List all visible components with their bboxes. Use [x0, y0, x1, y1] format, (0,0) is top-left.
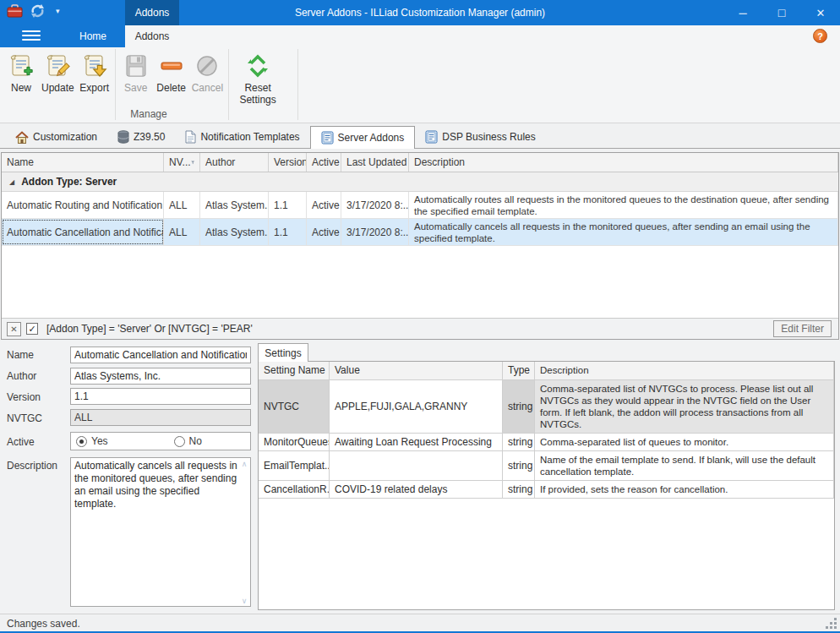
- edit-filter-button[interactable]: Edit Filter: [773, 320, 832, 337]
- author-label: Author: [7, 370, 36, 382]
- house-icon: [15, 131, 29, 144]
- settings-header-row: Setting Name Value Type Description: [259, 362, 834, 380]
- setting-row-selected[interactable]: NVTGC APPLE,FUJI,GALA,GRANNY string Comm…: [259, 380, 834, 434]
- radio-selected-icon: [76, 436, 87, 447]
- document-icon: [185, 130, 196, 144]
- save-button[interactable]: Save: [118, 49, 154, 95]
- active-no-radio[interactable]: No: [174, 435, 202, 447]
- tab-dsp-business-rules[interactable]: DSP Business Rules: [415, 126, 546, 148]
- update-addon-icon: [44, 52, 71, 79]
- column-header-last-updated[interactable]: Last Updated: [341, 153, 409, 172]
- document-tab-strip: Customization Z39.50 Notification Templa…: [0, 125, 840, 149]
- column-header-nvtgc[interactable]: NV...: [164, 153, 200, 172]
- ribbon-group-edge: [297, 49, 298, 120]
- tab-z3950[interactable]: Z39.50: [107, 126, 175, 148]
- radio-unselected-icon: [174, 436, 185, 447]
- update-button[interactable]: Update: [39, 49, 77, 95]
- filter-funnel-icon[interactable]: [191, 159, 194, 166]
- setting-row[interactable]: EmailTemplat... string Name of the email…: [259, 451, 834, 481]
- column-header-setting-name[interactable]: Setting Name: [259, 362, 330, 379]
- description-label: Description: [7, 460, 57, 472]
- settings-grid: Setting Name Value Type Description NVTG…: [258, 361, 835, 610]
- tab-notification-templates[interactable]: Notification Templates: [175, 126, 309, 148]
- resize-grip[interactable]: [826, 619, 837, 629]
- app-window: ▾ Server Addons - ILLiad Customization M…: [0, 0, 840, 633]
- ribbon-group-manage: Manage: [0, 108, 297, 120]
- ribbon-context-tab: Addons: [125, 0, 179, 25]
- group-row-addon-type[interactable]: ◢ Addon Type: Server: [2, 172, 838, 192]
- delete-button[interactable]: Delete: [154, 49, 189, 95]
- database-icon: [117, 130, 129, 144]
- qat-dropdown-icon[interactable]: ▾: [56, 7, 60, 15]
- column-header-name[interactable]: Name: [2, 153, 164, 172]
- sync-icon[interactable]: [30, 3, 46, 19]
- ribbon: New Update: [0, 47, 840, 123]
- settings-panel: Settings Setting Name Value Type Descrip…: [258, 343, 835, 610]
- addon-grid: Name NV... Author Version Active Last Up…: [1, 152, 839, 340]
- rules-scroll-icon: [425, 130, 438, 144]
- filter-enabled-checkbox[interactable]: ✓: [26, 323, 38, 335]
- scroll-down-icon[interactable]: ∨: [239, 597, 249, 605]
- grid-header-row: Name NV... Author Version Active Last Up…: [2, 153, 838, 172]
- cancel-icon: [194, 52, 221, 79]
- active-label: Active: [7, 436, 35, 448]
- reset-settings-icon: [244, 52, 271, 79]
- column-header-author[interactable]: Author: [200, 153, 269, 172]
- hamburger-menu-icon[interactable]: [22, 30, 41, 42]
- column-header-active[interactable]: Active: [307, 153, 341, 172]
- help-button[interactable]: ?: [813, 29, 827, 43]
- addon-scroll-icon: [321, 131, 334, 145]
- export-addon-icon: [81, 52, 108, 79]
- save-icon: [123, 52, 150, 79]
- scroll-up-icon[interactable]: ∧: [239, 460, 249, 468]
- maximize-button[interactable]: □: [762, 0, 801, 25]
- column-header-type[interactable]: Type: [503, 362, 535, 379]
- column-header-description[interactable]: Description: [409, 153, 838, 172]
- active-yes-radio[interactable]: Yes: [76, 435, 108, 447]
- new-addon-icon: [8, 52, 35, 79]
- version-field[interactable]: [70, 388, 251, 405]
- setting-row[interactable]: CancellationR... COVID-19 related delays…: [259, 481, 834, 499]
- minimize-button[interactable]: ─: [723, 0, 762, 25]
- nvtgc-field[interactable]: [70, 409, 251, 426]
- tab-customization[interactable]: Customization: [5, 126, 107, 148]
- filter-panel: ✕ ✓ [Addon Type] = 'Server' Or [NVTGC] =…: [2, 318, 838, 339]
- clear-filter-button[interactable]: ✕: [7, 322, 21, 336]
- tab-settings[interactable]: Settings: [258, 343, 308, 362]
- status-bar: Changes saved.: [0, 614, 840, 633]
- group-collapse-icon[interactable]: ◢: [9, 178, 14, 186]
- toolbox-icon[interactable]: [7, 4, 23, 19]
- detail-panel: Name Author Version NVTGC Active Yes No …: [0, 341, 840, 614]
- new-button[interactable]: New: [3, 49, 39, 95]
- ribbon-tab-row: Home Addons ?: [0, 25, 840, 47]
- table-row-selected[interactable]: Automatic Cancellation and Notifica... A…: [2, 219, 838, 246]
- reset-settings-button[interactable]: Reset Settings: [232, 49, 284, 107]
- title-bar: ▾ Server Addons - ILLiad Customization M…: [0, 0, 840, 25]
- tab-addons[interactable]: Addons: [125, 25, 179, 47]
- version-label: Version: [7, 391, 41, 403]
- column-header-version[interactable]: Version: [269, 153, 307, 172]
- filter-expression[interactable]: [Addon Type] = 'Server' Or [NVTGC] = 'PE…: [46, 323, 253, 335]
- author-field[interactable]: [70, 368, 251, 385]
- column-header-value[interactable]: Value: [330, 362, 503, 379]
- status-message: Changes saved.: [7, 618, 80, 630]
- cancel-button[interactable]: Cancel: [189, 49, 226, 95]
- export-button[interactable]: Export: [77, 49, 112, 95]
- column-header-description[interactable]: Description: [535, 362, 834, 379]
- nvtgc-label: NVTGC: [7, 412, 42, 424]
- active-radio-group: Yes No: [70, 432, 251, 450]
- delete-icon: [158, 52, 185, 79]
- table-row[interactable]: Automatic Routing and Notification ... A…: [2, 192, 838, 219]
- close-button[interactable]: ✕: [801, 0, 840, 25]
- quick-access-toolbar: ▾: [7, 3, 60, 19]
- name-label: Name: [7, 349, 34, 361]
- setting-row[interactable]: MonitorQueues Awaiting Loan Request Proc…: [259, 434, 834, 451]
- tab-home[interactable]: Home: [68, 25, 118, 47]
- name-field[interactable]: [70, 347, 251, 363]
- description-field[interactable]: Automatically cancels all requests in th…: [70, 457, 251, 607]
- tab-server-addons[interactable]: Server Addons: [310, 126, 416, 149]
- app-menu-area: Home: [0, 25, 125, 47]
- window-controls: ─ □ ✕: [723, 0, 840, 25]
